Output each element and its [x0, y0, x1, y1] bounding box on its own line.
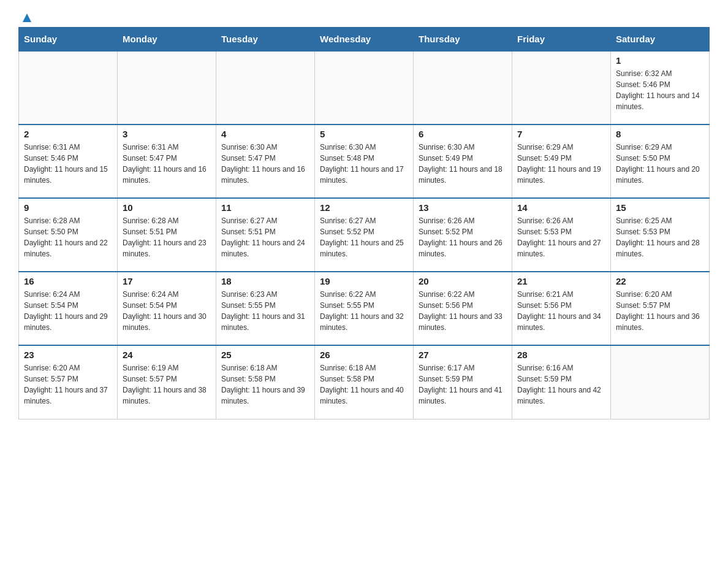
calendar-cell: 14Sunrise: 6:26 AMSunset: 5:53 PMDayligh…	[512, 198, 611, 272]
weekday-header-sunday: Sunday	[19, 28, 118, 52]
day-info: Sunrise: 6:29 AMSunset: 5:50 PMDaylight:…	[616, 142, 704, 186]
day-info: Sunrise: 6:31 AMSunset: 5:47 PMDaylight:…	[123, 142, 211, 186]
weekday-header-monday: Monday	[118, 28, 216, 52]
day-number: 16	[24, 276, 112, 286]
svg-marker-0	[23, 13, 31, 22]
calendar-cell: 1Sunrise: 6:32 AMSunset: 5:46 PMDaylight…	[611, 51, 710, 124]
calendar-cell: 7Sunrise: 6:29 AMSunset: 5:49 PMDaylight…	[512, 124, 611, 198]
weekday-header-tuesday: Tuesday	[216, 28, 315, 52]
day-info: Sunrise: 6:30 AMSunset: 5:48 PMDaylight:…	[320, 142, 408, 186]
calendar-cell: 18Sunrise: 6:23 AMSunset: 5:55 PMDayligh…	[216, 272, 315, 345]
day-info: Sunrise: 6:21 AMSunset: 5:56 PMDaylight:…	[517, 289, 605, 333]
calendar-cell: 21Sunrise: 6:21 AMSunset: 5:56 PMDayligh…	[512, 272, 611, 345]
day-info: Sunrise: 6:24 AMSunset: 5:54 PMDaylight:…	[123, 289, 211, 333]
calendar-cell	[611, 345, 710, 419]
day-info: Sunrise: 6:18 AMSunset: 5:58 PMDaylight:…	[221, 362, 309, 407]
day-info: Sunrise: 6:28 AMSunset: 5:51 PMDaylight:…	[123, 215, 211, 259]
day-info: Sunrise: 6:20 AMSunset: 5:57 PMDaylight:…	[616, 289, 704, 333]
calendar-cell: 22Sunrise: 6:20 AMSunset: 5:57 PMDayligh…	[611, 272, 710, 345]
calendar-cell: 23Sunrise: 6:20 AMSunset: 5:57 PMDayligh…	[19, 345, 118, 419]
calendar-cell: 13Sunrise: 6:26 AMSunset: 5:52 PMDayligh…	[414, 198, 512, 272]
day-number: 7	[517, 129, 605, 139]
calendar-cell: 11Sunrise: 6:27 AMSunset: 5:51 PMDayligh…	[216, 198, 315, 272]
calendar-cell: 24Sunrise: 6:19 AMSunset: 5:57 PMDayligh…	[118, 345, 216, 419]
day-info: Sunrise: 6:22 AMSunset: 5:56 PMDaylight:…	[419, 289, 507, 333]
day-info: Sunrise: 6:19 AMSunset: 5:57 PMDaylight:…	[123, 362, 211, 407]
day-number: 10	[123, 202, 211, 213]
calendar-cell: 25Sunrise: 6:18 AMSunset: 5:58 PMDayligh…	[216, 345, 315, 419]
calendar-cell: 10Sunrise: 6:28 AMSunset: 5:51 PMDayligh…	[118, 198, 216, 272]
day-number: 27	[419, 350, 507, 360]
weekday-header-row: SundayMondayTuesdayWednesdayThursdayFrid…	[19, 28, 710, 52]
day-number: 23	[24, 350, 112, 360]
calendar-cell: 3Sunrise: 6:31 AMSunset: 5:47 PMDaylight…	[118, 124, 216, 198]
day-info: Sunrise: 6:26 AMSunset: 5:52 PMDaylight:…	[419, 215, 507, 259]
calendar-table: SundayMondayTuesdayWednesdayThursdayFrid…	[18, 27, 710, 419]
day-number: 14	[517, 202, 605, 213]
day-info: Sunrise: 6:30 AMSunset: 5:47 PMDaylight:…	[221, 142, 309, 186]
day-number: 9	[24, 202, 112, 213]
day-number: 18	[221, 276, 309, 286]
calendar-cell: 9Sunrise: 6:28 AMSunset: 5:50 PMDaylight…	[19, 198, 118, 272]
day-number: 12	[320, 202, 408, 213]
weekday-header-wednesday: Wednesday	[315, 28, 414, 52]
day-number: 8	[616, 129, 704, 139]
day-info: Sunrise: 6:27 AMSunset: 5:52 PMDaylight:…	[320, 215, 408, 259]
page-header	[18, 12, 710, 21]
calendar-cell	[216, 51, 315, 124]
day-number: 13	[419, 202, 507, 213]
calendar-cell: 27Sunrise: 6:17 AMSunset: 5:59 PMDayligh…	[414, 345, 512, 419]
day-number: 11	[221, 202, 309, 213]
calendar-cell: 17Sunrise: 6:24 AMSunset: 5:54 PMDayligh…	[118, 272, 216, 345]
calendar-cell: 12Sunrise: 6:27 AMSunset: 5:52 PMDayligh…	[315, 198, 414, 272]
calendar-cell: 6Sunrise: 6:30 AMSunset: 5:49 PMDaylight…	[414, 124, 512, 198]
day-number: 24	[123, 350, 211, 360]
logo-triangle-icon	[20, 11, 34, 25]
weekday-header-thursday: Thursday	[414, 28, 512, 52]
day-info: Sunrise: 6:29 AMSunset: 5:49 PMDaylight:…	[517, 142, 605, 186]
day-number: 2	[24, 129, 112, 139]
week-row-4: 16Sunrise: 6:24 AMSunset: 5:54 PMDayligh…	[19, 272, 710, 345]
day-number: 1	[616, 55, 704, 66]
day-number: 5	[320, 129, 408, 139]
day-info: Sunrise: 6:28 AMSunset: 5:50 PMDaylight:…	[24, 215, 112, 259]
day-number: 28	[517, 350, 605, 360]
day-info: Sunrise: 6:26 AMSunset: 5:53 PMDaylight:…	[517, 215, 605, 259]
week-row-3: 9Sunrise: 6:28 AMSunset: 5:50 PMDaylight…	[19, 198, 710, 272]
day-number: 20	[419, 276, 507, 286]
day-info: Sunrise: 6:31 AMSunset: 5:46 PMDaylight:…	[24, 142, 112, 186]
calendar-cell: 8Sunrise: 6:29 AMSunset: 5:50 PMDaylight…	[611, 124, 710, 198]
calendar-cell: 4Sunrise: 6:30 AMSunset: 5:47 PMDaylight…	[216, 124, 315, 198]
calendar-cell	[118, 51, 216, 124]
day-number: 22	[616, 276, 704, 286]
day-info: Sunrise: 6:24 AMSunset: 5:54 PMDaylight:…	[24, 289, 112, 333]
week-row-1: 1Sunrise: 6:32 AMSunset: 5:46 PMDaylight…	[19, 51, 710, 124]
day-number: 26	[320, 350, 408, 360]
calendar-cell: 19Sunrise: 6:22 AMSunset: 5:55 PMDayligh…	[315, 272, 414, 345]
calendar-cell: 20Sunrise: 6:22 AMSunset: 5:56 PMDayligh…	[414, 272, 512, 345]
calendar-cell: 2Sunrise: 6:31 AMSunset: 5:46 PMDaylight…	[19, 124, 118, 198]
calendar-cell	[414, 51, 512, 124]
calendar-cell	[19, 51, 118, 124]
day-number: 3	[123, 129, 211, 139]
day-number: 4	[221, 129, 309, 139]
day-info: Sunrise: 6:18 AMSunset: 5:58 PMDaylight:…	[320, 362, 408, 407]
day-number: 21	[517, 276, 605, 286]
calendar-cell: 5Sunrise: 6:30 AMSunset: 5:48 PMDaylight…	[315, 124, 414, 198]
calendar-cell: 15Sunrise: 6:25 AMSunset: 5:53 PMDayligh…	[611, 198, 710, 272]
calendar-cell	[315, 51, 414, 124]
day-info: Sunrise: 6:20 AMSunset: 5:57 PMDaylight:…	[24, 362, 112, 407]
day-info: Sunrise: 6:17 AMSunset: 5:59 PMDaylight:…	[419, 362, 507, 407]
calendar-cell: 28Sunrise: 6:16 AMSunset: 5:59 PMDayligh…	[512, 345, 611, 419]
weekday-header-saturday: Saturday	[611, 28, 710, 52]
day-info: Sunrise: 6:27 AMSunset: 5:51 PMDaylight:…	[221, 215, 309, 259]
day-info: Sunrise: 6:22 AMSunset: 5:55 PMDaylight:…	[320, 289, 408, 333]
logo	[18, 12, 34, 21]
calendar-cell: 16Sunrise: 6:24 AMSunset: 5:54 PMDayligh…	[19, 272, 118, 345]
day-info: Sunrise: 6:30 AMSunset: 5:49 PMDaylight:…	[419, 142, 507, 186]
calendar-cell	[512, 51, 611, 124]
day-number: 6	[419, 129, 507, 139]
day-number: 25	[221, 350, 309, 360]
weekday-header-friday: Friday	[512, 28, 611, 52]
day-info: Sunrise: 6:16 AMSunset: 5:59 PMDaylight:…	[517, 362, 605, 407]
